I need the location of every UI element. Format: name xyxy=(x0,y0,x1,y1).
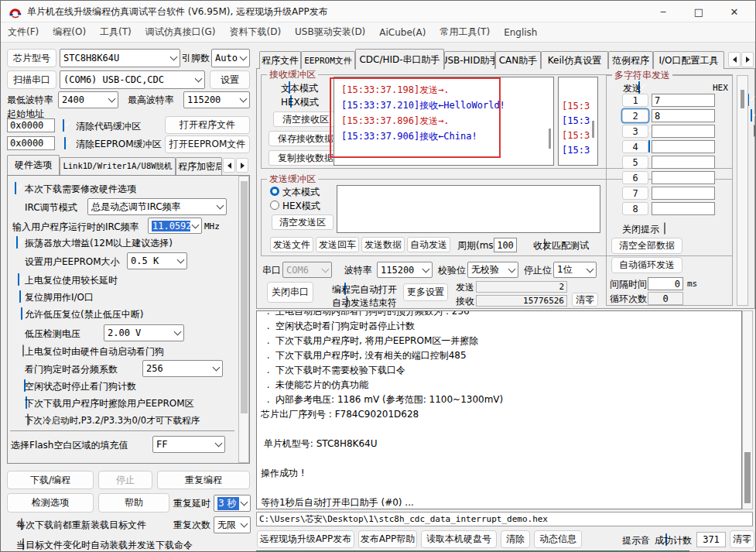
dynamic-info-button[interactable]: 动态信息 xyxy=(534,530,582,548)
open-eeprom-button[interactable]: 打开EEPROM文件 xyxy=(165,135,250,153)
multi-row-2-send-button[interactable]: 2 xyxy=(622,109,648,122)
right-tab-scroll-left[interactable] xyxy=(728,52,741,67)
repeat-program-button[interactable]: 重复编程 xyxy=(157,471,250,489)
multi-row-1-input[interactable]: 7 xyxy=(652,94,715,107)
menu-aicube[interactable]: AiCube(A) xyxy=(372,24,433,41)
code-address-input[interactable]: 0x0000 xyxy=(7,118,55,132)
reset-io-checkbox[interactable] xyxy=(19,290,21,303)
tab-offline-download[interactable]: Link1D/Writer1A/U8W脱机 xyxy=(60,157,176,175)
lvd-select[interactable]: 2.00 V xyxy=(104,324,184,341)
send-cr-button[interactable]: 发送回车 xyxy=(316,237,359,252)
left-tab-scroll-right[interactable] xyxy=(236,158,248,173)
stopbit-select[interactable]: 1位 xyxy=(553,262,597,278)
lvr-checkbox[interactable] xyxy=(21,307,22,320)
read-disk-id-button[interactable]: 读取本机硬盘号 xyxy=(421,530,497,548)
close-port-button[interactable]: 关闭串口 xyxy=(267,282,313,303)
multi-row-4-input[interactable] xyxy=(652,140,715,153)
log-scrollbar[interactable] xyxy=(742,310,753,509)
repeat-delay-select[interactable]: 3 秒 xyxy=(214,495,251,512)
max-baud-select[interactable]: 115200 xyxy=(183,91,250,108)
send-text-mode-radio[interactable] xyxy=(270,187,279,196)
tab-hardware-options[interactable]: 硬件选项 xyxy=(7,155,60,175)
multi-row-4-enable-checkbox[interactable] xyxy=(648,140,650,153)
multi-row-8-send-button[interactable]: 8 xyxy=(622,202,648,215)
chip-model-button[interactable]: 芯片型号 xyxy=(7,49,56,67)
tab-program-file[interactable]: 程序文件 xyxy=(259,51,301,69)
menu-program[interactable]: 编程(O) xyxy=(46,22,93,42)
clear-code-checkbox[interactable] xyxy=(63,119,64,132)
irc-freq-select[interactable]: 11.0592 xyxy=(148,218,202,234)
stop-button[interactable]: 停止 xyxy=(98,471,152,489)
right-panel-scrollbar[interactable] xyxy=(737,75,748,306)
download-button[interactable]: 下载/编程 xyxy=(7,471,94,489)
close-tip-checkbox[interactable] xyxy=(664,222,665,235)
clear-eeprom-checkbox[interactable] xyxy=(64,137,66,149)
right-tab-scroll-right[interactable] xyxy=(741,52,754,67)
close-button[interactable]: ✕ xyxy=(717,2,752,21)
check-options-button[interactable]: 检测选项 xyxy=(7,493,94,513)
tab-examples[interactable]: 范例程序 xyxy=(608,51,653,69)
wdt-auto-checkbox[interactable] xyxy=(22,345,24,357)
left-tab-scroll-left[interactable] xyxy=(223,158,235,173)
multi-row-1-send-button[interactable]: 1 xyxy=(622,94,648,107)
tab-io-config[interactable]: I/O口配置工具 xyxy=(653,51,724,69)
interval-input[interactable]: 0 xyxy=(648,277,683,290)
scrollbar-thumb[interactable] xyxy=(241,181,248,413)
more-settings-button[interactable]: 更多设置 xyxy=(403,283,448,301)
multi-row-2-input[interactable]: 8 xyxy=(652,109,715,122)
clear-receive-button[interactable]: 清空接收区 xyxy=(273,111,338,127)
multi-row-7-send-button[interactable]: 7 xyxy=(622,187,648,200)
file-path-field[interactable]: C:\Users\芯安\Desktop\1\stc8h_cdc_data_int… xyxy=(256,512,753,526)
scrollbar-thumb[interactable] xyxy=(744,452,751,503)
multi-row-7-input[interactable] xyxy=(652,187,715,200)
send-data-button[interactable]: 发送数据 xyxy=(361,237,405,252)
parity-select[interactable]: 无校验 xyxy=(467,262,518,278)
multi-row-3-send-button[interactable]: 3 xyxy=(622,125,648,138)
wdt-div-select[interactable]: 256 xyxy=(142,360,223,377)
send-file-button[interactable]: 发送文件 xyxy=(270,237,313,252)
multi-row-6-send-button[interactable]: 6 xyxy=(622,171,648,184)
tab-keil-sim[interactable]: Keil仿真设置 xyxy=(541,51,608,69)
chip-model-select[interactable]: STC8H8K64U xyxy=(60,49,180,67)
menu-debug-interface[interactable]: 调试仿真接口(G) xyxy=(139,22,223,42)
log-area[interactable]: . 上电自动启动内部看门狗时的预分频数为 : 256 . 空闲状态时看门狗定时器… xyxy=(256,310,742,509)
clear-log-button[interactable]: 清除 xyxy=(501,530,530,548)
period-input[interactable]: 100 xyxy=(494,238,517,252)
auto-send-button[interactable]: 自动发送 xyxy=(407,237,450,252)
tab-cdc-hid-serial[interactable]: CDC/HID-串口助手 xyxy=(355,49,444,70)
maximize-button[interactable]: □ xyxy=(681,2,717,21)
multi-row-3-hex-checkbox[interactable] xyxy=(754,125,755,137)
clear-send-button[interactable]: 清空发送区 xyxy=(272,214,334,230)
remote-upgrade-button[interactable]: 远程现场升级APP发布 xyxy=(257,530,354,548)
tab-can[interactable]: CAN助手 xyxy=(495,51,541,69)
modify-hw-checkbox[interactable] xyxy=(15,182,16,194)
auto-loop-send-button[interactable]: 自动循环发送 xyxy=(611,257,682,273)
send-hex-mode-radio[interactable] xyxy=(270,201,279,210)
repeat-count-select[interactable]: 无限 xyxy=(214,516,251,533)
serial-baud-select[interactable]: 115200 xyxy=(377,262,433,278)
reset-count-button[interactable]: 清零 xyxy=(730,530,754,548)
eeprom-size-select[interactable]: 0.5 K xyxy=(127,252,187,269)
scrollbar-thumb[interactable] xyxy=(741,90,744,108)
hardware-panel-scrollbar[interactable] xyxy=(238,176,249,463)
multi-row-4-send-button[interactable]: 4 xyxy=(622,140,648,153)
send-text-area[interactable] xyxy=(337,185,600,233)
multi-row-8-input[interactable] xyxy=(652,202,715,215)
multi-row-2-hex-checkbox[interactable] xyxy=(751,109,752,122)
clear-all-data-button[interactable]: 清空全部数据 xyxy=(611,238,682,254)
port-settings-button[interactable]: 设置 xyxy=(210,70,250,89)
menu-tools[interactable]: 工具(T) xyxy=(93,22,139,42)
open-program-button[interactable]: 打开程序文件 xyxy=(165,116,250,134)
tab-usb-hid[interactable]: USB-HID助手 xyxy=(444,51,495,69)
tab-program-encrypt[interactable]: 程序加密后 xyxy=(176,157,222,175)
menu-english[interactable]: English xyxy=(497,24,544,41)
eeprom-address-input[interactable]: 0x0000 xyxy=(7,136,55,150)
help-button[interactable]: 帮助 xyxy=(98,493,169,513)
serial-port-select[interactable]: (COM6) USB-CDC,CDC xyxy=(60,70,205,89)
app-help-button[interactable]: 发布APP帮助 xyxy=(358,530,417,548)
menu-usb-driver[interactable]: USB驱动安装(D) xyxy=(288,22,372,42)
tab-eeprom-file[interactable]: EEPROM文件 xyxy=(301,51,355,69)
receive-scroll-thumb[interactable] xyxy=(549,129,551,149)
min-baud-select[interactable]: 2400 xyxy=(58,91,118,108)
fill-value-select[interactable]: FF xyxy=(152,436,225,453)
